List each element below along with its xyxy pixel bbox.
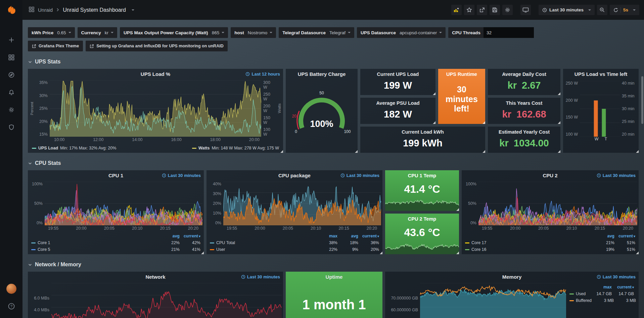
stat-title[interactable]: CPU 1 Temp	[385, 173, 459, 178]
legend-series[interactable]: Core 5	[31, 247, 159, 252]
legend-series[interactable]: Used	[569, 291, 590, 296]
legend-series[interactable]: CPU Total	[210, 240, 317, 245]
variable-value[interactable]: 865	[211, 27, 228, 38]
panel-resize-handle[interactable]	[456, 208, 459, 211]
load-vs-time-chart[interactable]	[580, 81, 620, 137]
legend-series[interactable]: Core 16	[465, 247, 594, 252]
dashboard-link[interactable]: Setting up Grafana and InfluxDB for UPS …	[86, 41, 227, 51]
explore-compass-icon[interactable]	[7, 71, 16, 79]
panel-title[interactable]: UPS Battery Charge	[298, 71, 346, 77]
share-button[interactable]	[477, 5, 487, 15]
stat-title[interactable]: UPS Runtime	[438, 72, 485, 77]
create-plus-icon[interactable]	[7, 36, 16, 44]
cpu2-chart[interactable]	[478, 182, 637, 225]
legend-series[interactable]: User	[210, 247, 317, 252]
legend-column[interactable]: max	[317, 234, 337, 238]
section-header-cpu-stats[interactable]: CPU Stats	[28, 160, 639, 166]
panel-title[interactable]: Memory	[502, 274, 522, 280]
legend-column[interactable]: current	[180, 234, 200, 238]
ups-load-chart[interactable]	[50, 80, 261, 137]
refresh-picker[interactable]: 5s	[610, 5, 639, 15]
panel-time-range[interactable]: Last 30 minutes	[241, 274, 280, 279]
panel-resize-handle[interactable]	[201, 252, 204, 254]
legend-column[interactable]: max	[590, 285, 612, 289]
panel-resize-handle[interactable]	[636, 252, 639, 254]
scrollbar-thumb[interactable]	[641, 76, 643, 124]
legend-series[interactable]: UPS LoadMin: 17% Max: 32% Avg: 20%	[32, 146, 116, 150]
panel-resize-handle[interactable]	[355, 150, 358, 153]
tv-mode-button[interactable]	[520, 5, 531, 15]
panel-time-range[interactable]: Last 30 minutes	[597, 173, 636, 178]
dashboards-icon[interactable]	[7, 53, 16, 62]
legend-column[interactable]: avg	[337, 234, 358, 238]
panel-resize-handle[interactable]	[433, 92, 435, 95]
legend-series[interactable]: WattsMin: 148 W Max: 278 W Avg: 175 W	[192, 146, 279, 150]
stat-title[interactable]: Average PSU Load	[360, 100, 435, 106]
add-panel-button[interactable]	[451, 5, 462, 15]
cpu-package-chart[interactable]	[223, 182, 381, 225]
panel-title[interactable]: CPU package	[278, 173, 311, 178]
legend-series[interactable]: Buffered	[569, 298, 592, 303]
panel-resize-handle[interactable]	[280, 150, 283, 153]
variable-value[interactable]: Nostromo	[247, 27, 276, 38]
legend-column[interactable]: avg	[159, 234, 180, 238]
variable-value[interactable]: kr	[104, 27, 117, 38]
panel-title[interactable]: CPU 2	[543, 173, 557, 178]
grafana-logo[interactable]	[0, 0, 22, 21]
panel-resize-handle[interactable]	[380, 252, 382, 254]
panel-resize-handle[interactable]	[558, 150, 560, 153]
dashboard-link[interactable]: Grafana Plex Theme	[28, 41, 83, 51]
chevron-down-icon[interactable]	[132, 9, 134, 11]
zoom-out-button[interactable]	[597, 5, 607, 15]
legend-column[interactable]: current	[614, 234, 635, 238]
panel-title[interactable]: UPS Load %	[141, 71, 170, 77]
variable-value[interactable]: 0.65	[56, 27, 75, 38]
cpu1-chart[interactable]	[45, 182, 202, 225]
panel-resize-handle[interactable]	[433, 121, 435, 124]
section-header-network-memory[interactable]: Network / Memory	[28, 262, 639, 268]
panel-resize-handle[interactable]	[558, 121, 560, 124]
alerting-bell-icon[interactable]	[7, 88, 16, 97]
panel-title[interactable]: CPU 1	[108, 173, 123, 178]
star-button[interactable]	[464, 5, 474, 15]
memory-chart[interactable]	[420, 283, 566, 318]
dashboard-settings-button[interactable]	[502, 5, 513, 15]
panel-title[interactable]: Uptime	[326, 274, 343, 280]
legend-column[interactable]: current	[358, 234, 379, 238]
variable-value[interactable]: Telegraf	[329, 27, 354, 38]
stat-title[interactable]: Average Daily Cost	[488, 72, 560, 77]
panel-time-range[interactable]: Last 30 minutes	[340, 173, 379, 178]
configuration-gear-icon[interactable]	[7, 105, 16, 114]
stat-title[interactable]: Current UPS Load	[360, 72, 435, 77]
section-header-ups-stats[interactable]: UPS Stats	[28, 59, 639, 65]
stat-title[interactable]: CPU 2 Temp	[385, 216, 459, 222]
help-icon[interactable]: ?	[7, 302, 16, 311]
variable-value[interactable]: apcupsd-container	[399, 27, 446, 38]
panel-title[interactable]: Network	[145, 274, 165, 280]
save-button[interactable]	[490, 5, 500, 15]
user-avatar[interactable]	[6, 284, 16, 294]
stat-title[interactable]: Current Load kWh	[360, 129, 485, 135]
panel-resize-handle[interactable]	[558, 92, 560, 95]
stat-title[interactable]: Estimated Yearly Cost	[488, 129, 560, 135]
battery-gauge[interactable]: 05010020 100%	[286, 79, 358, 153]
breadcrumb-folder[interactable]: Unraid	[38, 7, 53, 13]
panel-resize-handle[interactable]	[482, 121, 485, 124]
panel-resize-handle[interactable]	[482, 150, 485, 153]
legend-column[interactable]: current	[612, 285, 634, 289]
time-range-picker[interactable]: Last 30 minutes	[539, 5, 595, 15]
panel-resize-handle[interactable]	[636, 150, 639, 153]
page-title[interactable]: Unraid System Dashboard	[63, 7, 126, 13]
legend-series[interactable]: Core 1	[31, 240, 159, 245]
legend-series[interactable]: Core 17	[465, 240, 594, 245]
variable-input[interactable]	[484, 27, 534, 38]
panel-title[interactable]: UPS Load vs Time left	[574, 71, 627, 77]
panel-time-range[interactable]: Last 12 hours	[245, 72, 280, 77]
server-admin-shield-icon[interactable]	[7, 123, 16, 132]
panel-time-range[interactable]: Last 30 minutes	[597, 274, 636, 279]
legend-column[interactable]: avg	[594, 234, 614, 238]
stat-title[interactable]: This Years Cost	[488, 100, 560, 106]
network-chart[interactable]	[51, 283, 282, 318]
panel-time-range[interactable]: Last 30 minutes	[162, 173, 201, 178]
panel-resize-handle[interactable]	[456, 252, 459, 254]
